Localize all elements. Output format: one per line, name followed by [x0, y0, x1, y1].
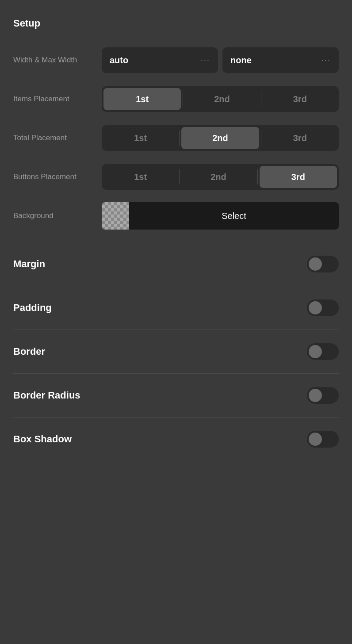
border-row: Border	[13, 330, 339, 374]
width-value1-label: auto	[110, 55, 128, 65]
toggle-section: Margin Padding Border Border Radius	[13, 242, 339, 461]
padding-row: Padding	[13, 286, 339, 330]
buttons-placement-row: Buttons Placement 1st 2nd 3rd	[13, 159, 339, 195]
box-shadow-toggle[interactable]	[307, 431, 339, 448]
page-title: Setup	[13, 18, 339, 29]
box-shadow-track	[307, 431, 339, 448]
width-row: Width & Max Width auto ··· none ···	[13, 42, 339, 78]
border-toggle[interactable]	[307, 343, 339, 360]
margin-thumb	[309, 257, 322, 271]
margin-label: Margin	[13, 258, 45, 270]
buttons-placement-segmented: 1st 2nd 3rd	[102, 164, 339, 190]
box-shadow-thumb	[309, 433, 322, 446]
border-track	[307, 343, 339, 360]
buttons-placement-label: Buttons Placement	[13, 172, 102, 182]
total-placement-btn-2nd[interactable]: 2nd	[181, 127, 259, 149]
background-select-button[interactable]: Select	[129, 202, 339, 230]
width-control: auto ··· none ···	[102, 47, 339, 73]
box-shadow-row: Box Shadow	[13, 418, 339, 461]
background-label: Background	[13, 211, 102, 221]
total-placement-btn-1st[interactable]: 1st	[102, 125, 179, 151]
background-preview	[102, 202, 129, 230]
items-placement-label: Items Placement	[13, 94, 102, 104]
width-value1-button[interactable]: auto ···	[102, 47, 218, 73]
items-placement-btn-2nd[interactable]: 2nd	[183, 86, 260, 112]
width-dots1: ···	[201, 56, 210, 65]
border-radius-row: Border Radius	[13, 374, 339, 418]
items-placement-btn-1st[interactable]: 1st	[103, 88, 181, 110]
items-placement-btn-3rd[interactable]: 3rd	[261, 86, 339, 112]
background-control: Select	[102, 202, 339, 230]
items-placement-segmented: 1st 2nd 3rd	[102, 86, 339, 112]
width-label: Width & Max Width	[13, 55, 102, 65]
border-radius-toggle[interactable]	[307, 387, 339, 404]
border-thumb	[309, 345, 322, 358]
padding-label: Padding	[13, 302, 52, 314]
width-value2-label: none	[230, 55, 252, 65]
items-placement-control: 1st 2nd 3rd	[102, 86, 339, 112]
buttons-placement-btn-3rd[interactable]: 3rd	[260, 166, 337, 188]
margin-row: Margin	[13, 242, 339, 286]
margin-toggle[interactable]	[307, 256, 339, 272]
items-placement-row: Items Placement 1st 2nd 3rd	[13, 81, 339, 117]
border-radius-track	[307, 387, 339, 404]
total-placement-label: Total Placement	[13, 133, 102, 143]
total-placement-control: 1st 2nd 3rd	[102, 125, 339, 151]
background-row: Background Select	[13, 198, 339, 234]
border-radius-thumb	[309, 389, 322, 402]
padding-toggle[interactable]	[307, 299, 339, 316]
border-radius-label: Border Radius	[13, 390, 80, 401]
buttons-placement-btn-2nd[interactable]: 2nd	[180, 164, 257, 190]
width-value2-button[interactable]: none ···	[222, 47, 339, 73]
total-placement-segmented: 1st 2nd 3rd	[102, 125, 339, 151]
margin-track	[307, 256, 339, 272]
padding-thumb	[309, 301, 322, 314]
total-placement-row: Total Placement 1st 2nd 3rd	[13, 120, 339, 156]
border-label: Border	[13, 346, 45, 357]
width-dots2: ···	[321, 56, 331, 65]
background-selector: Select	[102, 202, 339, 230]
padding-track	[307, 299, 339, 316]
buttons-placement-btn-1st[interactable]: 1st	[102, 164, 179, 190]
box-shadow-label: Box Shadow	[13, 433, 72, 445]
buttons-placement-control: 1st 2nd 3rd	[102, 164, 339, 190]
total-placement-btn-3rd[interactable]: 3rd	[261, 125, 339, 151]
